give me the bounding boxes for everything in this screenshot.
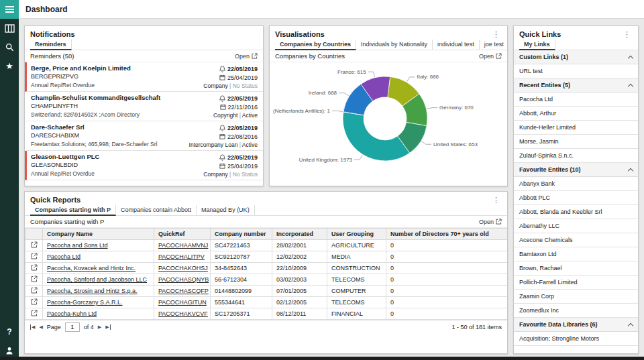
open-record-button[interactable] xyxy=(25,263,43,274)
quickref-link[interactable]: PACOCHAGITUN xyxy=(154,297,211,308)
last-page-button[interactable]: ▶ xyxy=(105,324,110,330)
dashboard-nav-button[interactable] xyxy=(0,19,19,38)
company-name-link[interactable]: Pacocha, Sanford and Jacobson LLC xyxy=(43,274,154,286)
column-header-4[interactable]: User Grouping xyxy=(327,229,386,240)
quick-link-item[interactable]: Pollich-Farrell Limited xyxy=(514,276,638,290)
table-row: Pacocha-Kuhn LtdPACOCHAKVCVFSC1720537108… xyxy=(25,308,508,320)
visualisations-tab-2[interactable]: individual test xyxy=(433,40,480,50)
open-record-button[interactable] xyxy=(25,251,43,263)
quick-link-item[interactable]: Acquisition; Strongline Motors xyxy=(514,332,638,346)
reminder-item[interactable]: Dare-Schaefer Srl DARESCHABIXM Freetamta… xyxy=(25,121,263,151)
open-record-button[interactable] xyxy=(25,297,43,308)
quick-links-section-header-1[interactable]: Recent Entites (5) xyxy=(514,78,638,93)
table-cell: 0 xyxy=(386,308,508,320)
company-name-link[interactable]: Pacocha, Kovacek and Hintz Inc. xyxy=(43,263,154,274)
company-name-link[interactable]: Pacocha, Strosin and Hintz S.p.a. xyxy=(43,286,154,297)
company-name-link[interactable]: Pacocha Ltd xyxy=(43,251,154,263)
slice-label: Germany: 670 xyxy=(439,105,474,111)
menu-button[interactable] xyxy=(0,0,19,19)
search-button[interactable] xyxy=(0,38,19,56)
quickref-link[interactable]: PACOCHASQNYB xyxy=(154,274,211,286)
table-cell: 34-8452643 xyxy=(211,263,272,274)
callout-line xyxy=(332,111,343,111)
quick-link-item[interactable]: Pacocha Ltd xyxy=(514,93,638,107)
visualisations-title: Visualisations xyxy=(275,30,325,38)
quick-link-item[interactable]: Bamtaxon Ltd xyxy=(514,247,638,261)
quickref-link[interactable]: PACOCHAKOHSJ xyxy=(154,263,211,274)
notifications-tab-0[interactable]: Reminders xyxy=(30,40,72,50)
company-name-link[interactable]: Pacocha and Sons Ltd xyxy=(43,240,154,251)
quick-link-item[interactable]: Morse, Jasmin xyxy=(514,135,638,149)
quickref-link[interactable]: PACOCHAKVCVF xyxy=(154,308,211,320)
kebab-menu-icon[interactable]: ⋮ xyxy=(490,196,502,203)
previous-page-button[interactable]: ◀ xyxy=(39,324,42,330)
reminder-item[interactable]: Berge, Price and Koelpin Limited BERGEPR… xyxy=(25,62,263,92)
company-name-link[interactable]: Pacocha-Kuhn Ltd xyxy=(43,308,154,320)
kebab-menu-icon[interactable]: ⋮ xyxy=(621,31,633,38)
page-count-label: of 4 xyxy=(84,324,94,331)
quick-link-item[interactable]: Kunde-Heller Limited xyxy=(514,121,638,135)
column-header-2[interactable]: Company number xyxy=(211,229,272,240)
slice-label: United Kingdom: 1973 xyxy=(299,157,353,163)
visualisations-tab-0[interactable]: Companies by Countries xyxy=(275,40,356,50)
quick-reports-tab-1[interactable]: Companies contain Abbott xyxy=(116,205,197,216)
quick-link-item[interactable]: Brown, Rachael xyxy=(514,261,638,276)
callout-line xyxy=(421,141,431,144)
table-cell: 12/02/2002 xyxy=(272,251,327,263)
page-input[interactable] xyxy=(65,322,80,332)
visualisations-tab-1[interactable]: Individuals by Nationality xyxy=(356,40,433,50)
open-record-button[interactable] xyxy=(25,240,43,251)
company-name-link[interactable]: Pacocha-Gorczany S.A.R.L. xyxy=(43,297,154,308)
table-cell: 0 xyxy=(386,297,508,308)
next-page-button[interactable]: ▶ xyxy=(98,324,101,330)
reminder-item[interactable]: Gleason-Luettgen PLC GLEASONLBDID Annual… xyxy=(25,151,263,180)
quick-links-panel: Quick Links ⋮ My Links Custom Links (1)U… xyxy=(513,25,639,354)
quickref-link[interactable]: PACOCHALITPV xyxy=(154,251,211,263)
quickref-link[interactable]: PACOCHAAMVNJ xyxy=(154,240,211,251)
quick-links-section-header-3[interactable]: Favourite Data Libraries (6) xyxy=(514,318,638,332)
quick-link-item[interactable]: Zulauf-Spinka S.n.c. xyxy=(514,149,638,163)
quick-link-item[interactable]: Zaamin Corp xyxy=(514,290,638,304)
visualisation-open-link[interactable]: Open xyxy=(479,53,502,60)
quick-link-item[interactable]: Abbott, Arthur xyxy=(514,107,638,121)
open-record-button[interactable] xyxy=(25,274,43,286)
open-record-button[interactable] xyxy=(25,308,43,320)
help-button[interactable]: ? xyxy=(0,322,19,341)
notifications-open-link[interactable]: Open xyxy=(235,53,258,60)
page-title: Dashboard xyxy=(25,5,68,14)
quick-reports-tab-2[interactable]: Managed By (UK) xyxy=(197,205,255,216)
quick-links-tab-0[interactable]: My Links xyxy=(519,40,555,50)
quick-link-item[interactable]: Abanyx Bank xyxy=(514,177,638,191)
quick-link-item[interactable]: Abbott PLC xyxy=(514,191,638,205)
quick-link-item[interactable]: Acecone Chemicals xyxy=(514,233,638,247)
quick-report-open-link[interactable]: Open xyxy=(479,219,502,225)
column-header-5[interactable]: Number of Directors 70+ years old xyxy=(386,229,508,240)
table-row: Pacocha, Sanford and Jacobson LLCPACOCHA… xyxy=(25,274,508,286)
open-record-button[interactable] xyxy=(25,286,43,297)
favourites-button[interactable]: ★ xyxy=(0,56,19,75)
column-header-0[interactable]: Company Name xyxy=(43,229,154,240)
reminder-item[interactable]: Champlin-Schulist Kommanditgesellschaft … xyxy=(25,92,263,121)
quickref-link[interactable]: PACOCHASCQFP xyxy=(154,286,211,297)
kebab-menu-icon[interactable]: ⋮ xyxy=(490,31,502,38)
quick-link-item[interactable]: Abbott, Blanda and Keebler Srl xyxy=(514,205,638,219)
column-header-3[interactable]: Incorporated xyxy=(272,229,327,240)
quick-reports-tab-0[interactable]: Companies starting with P xyxy=(30,205,116,216)
visualisations-tab-3[interactable]: joe test xyxy=(480,40,508,50)
table-cell: 03/02/2003 xyxy=(272,274,327,286)
column-header-1[interactable]: QuickRef xyxy=(154,229,211,240)
reminder-type: Company xyxy=(203,82,227,89)
quick-links-section-header-2[interactable]: Favourite Entites (10) xyxy=(514,163,638,177)
callout-line xyxy=(354,155,362,160)
callout-line xyxy=(427,108,437,109)
calendar-icon xyxy=(219,74,225,80)
quick-link-item[interactable]: Zoomedlux Inc xyxy=(514,304,638,318)
quick-link-item[interactable]: URL test xyxy=(514,64,638,78)
quick-link-item[interactable]: Abernathy LLC xyxy=(514,219,638,233)
table-cell: 02/12/2005 xyxy=(272,297,327,308)
quick-links-section-header-0[interactable]: Custom Links (1) xyxy=(514,50,638,64)
first-page-button[interactable]: ◀ xyxy=(30,324,35,330)
table-cell: 0 xyxy=(386,263,508,274)
chevron-up-icon xyxy=(628,83,633,88)
table-cell: CONSTRUCTION xyxy=(327,263,386,274)
